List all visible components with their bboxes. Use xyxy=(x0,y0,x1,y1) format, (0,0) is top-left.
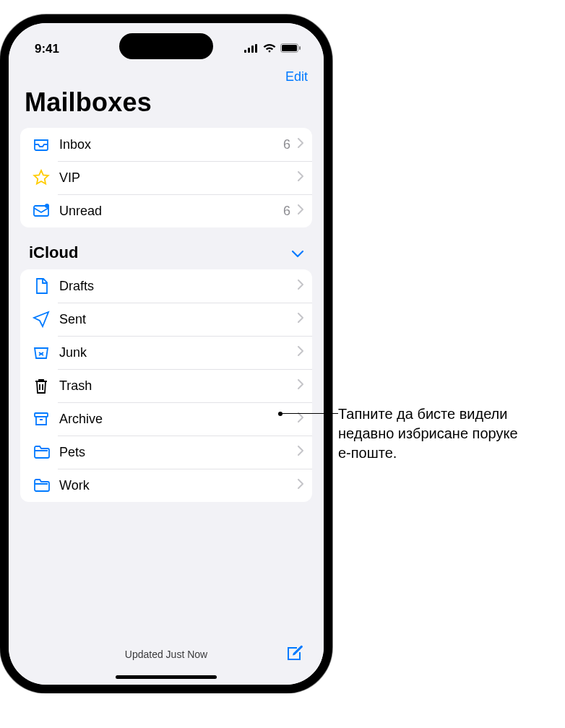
mailbox-row-trash[interactable]: Trash xyxy=(20,369,312,402)
svg-rect-0 xyxy=(244,50,246,53)
mailbox-label: Inbox xyxy=(52,137,283,152)
callout-annotation: Тапните да бисте видели недавно избрисан… xyxy=(338,404,526,463)
trash-icon xyxy=(30,377,52,394)
icloud-mailboxes: DraftsSentJunkTrashArchivePetsWork xyxy=(20,269,312,502)
chevron-right-icon xyxy=(298,412,303,425)
svg-rect-1 xyxy=(248,48,250,53)
nav-bar: Edit xyxy=(9,62,324,86)
section-title: iCloud xyxy=(29,243,78,262)
mailbox-label: Archive xyxy=(52,412,293,427)
chevron-right-icon xyxy=(298,479,303,492)
mailbox-row-unread[interactable]: Unread6 xyxy=(20,194,312,228)
chevron-right-icon xyxy=(298,313,303,326)
mailbox-row-work[interactable]: Work xyxy=(20,469,312,502)
svg-rect-6 xyxy=(299,46,301,50)
sync-status: Updated Just Now xyxy=(125,649,207,660)
mailbox-label: Sent xyxy=(52,312,293,327)
mailbox-label: Junk xyxy=(52,345,293,360)
chevron-right-icon xyxy=(298,379,303,392)
mailbox-row-inbox[interactable]: Inbox6 xyxy=(20,128,312,161)
status-icons xyxy=(244,42,301,56)
folder-icon xyxy=(30,443,52,461)
chevron-right-icon xyxy=(298,171,303,184)
inbox-icon xyxy=(30,136,52,153)
home-indicator xyxy=(116,675,217,679)
svg-rect-9 xyxy=(35,413,48,417)
unread-icon xyxy=(30,202,52,220)
icloud-section-header[interactable]: iCloud xyxy=(9,228,324,266)
mailbox-label: Unread xyxy=(52,204,283,219)
iphone-frame: 9:41 Edit Mailboxes Inbox6VIPUnread6 iCl… xyxy=(0,14,332,693)
chevron-right-icon xyxy=(298,204,303,217)
mailbox-label: Pets xyxy=(52,445,293,460)
folder-icon xyxy=(30,477,52,494)
volume-up xyxy=(0,196,1,243)
volume-down xyxy=(0,254,1,300)
battery-icon xyxy=(280,42,301,56)
mailbox-label: VIP xyxy=(52,170,293,186)
archive-icon xyxy=(30,410,52,428)
dynamic-island xyxy=(119,33,213,59)
power-button xyxy=(331,240,332,312)
junk-icon xyxy=(30,344,52,361)
chevron-down-icon xyxy=(292,243,303,262)
chevron-right-icon xyxy=(298,446,303,459)
mailbox-row-sent[interactable]: Sent xyxy=(20,303,312,336)
mailbox-row-drafts[interactable]: Drafts xyxy=(20,269,312,303)
svg-rect-2 xyxy=(251,46,254,53)
svg-rect-5 xyxy=(282,45,297,51)
wifi-icon xyxy=(263,42,276,56)
star-icon xyxy=(30,169,52,186)
doc-icon xyxy=(30,277,52,295)
status-time: 9:41 xyxy=(35,42,59,56)
callout-text: Тапните да бисте видели недавно избрисан… xyxy=(338,406,518,461)
cellular-icon xyxy=(244,42,259,56)
page-title: Mailboxes xyxy=(9,86,324,125)
send-icon xyxy=(30,311,52,328)
chevron-right-icon xyxy=(298,280,303,292)
mailbox-label: Work xyxy=(52,478,293,493)
main-content: Inbox6VIPUnread6 iCloud DraftsSentJunkTr… xyxy=(9,125,324,631)
mailbox-label: Drafts xyxy=(52,279,293,294)
chevron-right-icon xyxy=(298,346,303,359)
mailbox-count: 6 xyxy=(283,137,293,152)
svg-point-8 xyxy=(45,204,49,208)
mute-switch xyxy=(0,153,1,179)
mailbox-label: Trash xyxy=(52,378,293,394)
chevron-right-icon xyxy=(298,138,303,151)
mailbox-count: 6 xyxy=(283,204,293,219)
mailbox-row-archive[interactable]: Archive xyxy=(20,402,312,436)
mailbox-row-pets[interactable]: Pets xyxy=(20,436,312,469)
primary-mailboxes: Inbox6VIPUnread6 xyxy=(20,128,312,228)
mailbox-row-junk[interactable]: Junk xyxy=(20,336,312,369)
callout-leader-line xyxy=(280,413,338,414)
screen: 9:41 Edit Mailboxes Inbox6VIPUnread6 iCl… xyxy=(9,23,324,685)
compose-button[interactable] xyxy=(285,644,303,665)
edit-button[interactable]: Edit xyxy=(285,69,308,84)
svg-rect-3 xyxy=(255,44,257,53)
mailbox-row-vip[interactable]: VIP xyxy=(20,161,312,194)
